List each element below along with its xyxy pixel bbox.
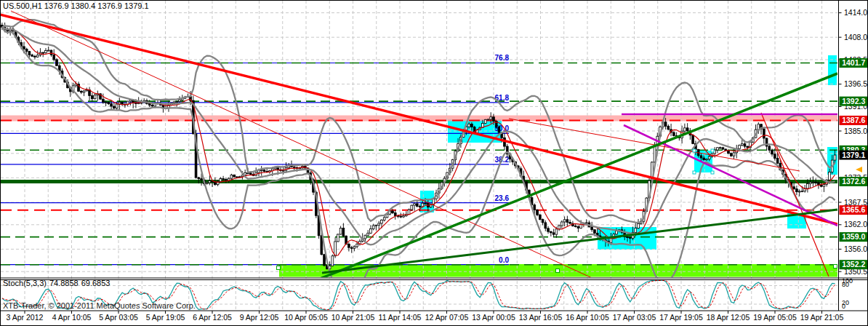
time-tick-label[interactable]: 17 Apr 19:05	[659, 313, 703, 322]
price-tick-label: 1356.0	[844, 244, 867, 253]
candle-body	[110, 104, 113, 106]
price-tick-label: 1408.0	[844, 33, 867, 41]
candle-body	[692, 135, 694, 144]
time-tick-label[interactable]: 13 Apr 00:05	[472, 313, 515, 322]
object-handle[interactable]	[711, 171, 714, 174]
candle-body	[487, 119, 489, 120]
time-tick-label[interactable]: 18 Apr 12:05	[707, 313, 750, 322]
time-tick-label[interactable]: 11 Apr 14:05	[379, 313, 422, 322]
time-tick-label[interactable]: 9 Apr 12:05	[240, 313, 279, 322]
candle-body	[370, 228, 372, 233]
candle-body	[768, 146, 771, 150]
candle-body	[47, 50, 49, 51]
candle-body	[812, 182, 814, 183]
candle-body	[425, 203, 427, 204]
time-tick-label[interactable]: 16 Apr 10:05	[566, 313, 609, 322]
time-tick-label[interactable]: 6 Apr 12:05	[193, 313, 232, 322]
object-handle[interactable]	[711, 149, 714, 152]
candle-body	[664, 122, 667, 127]
candle-body	[416, 204, 418, 206]
candle-body	[580, 225, 582, 228]
object-handle[interactable]	[693, 149, 696, 152]
candle-body	[672, 132, 675, 136]
time-tick-label[interactable]: 13 Apr 16:05	[519, 313, 563, 322]
candle-body	[555, 229, 558, 234]
candle-body	[347, 244, 350, 247]
candle-body	[667, 126, 670, 129]
candle-body	[829, 172, 831, 180]
stoch-axis-label: 80	[842, 281, 849, 288]
candle-body	[176, 102, 178, 103]
candle-body	[706, 159, 708, 160]
price-chip-text: 1365.6	[842, 205, 865, 214]
candle-body	[31, 55, 33, 57]
chart-window: 76.861.850.038.223.60.0 10080200 1414.01…	[0, 0, 868, 326]
chart-title: US.500,H1 1376.9 1380.4 1376.9 1379.1	[3, 1, 149, 10]
time-tick-label[interactable]: 10 Apr 05:05	[284, 313, 328, 322]
time-tick-label[interactable]: 10 Apr 21:05	[331, 313, 375, 322]
candle-body	[372, 226, 374, 228]
candle-body	[539, 215, 541, 219]
candle-body	[102, 99, 104, 102]
object-handle[interactable]	[556, 269, 560, 273]
candle-body	[209, 180, 211, 183]
candle-body	[537, 210, 539, 215]
object-handle[interactable]	[834, 265, 837, 269]
candle-body	[293, 167, 295, 167]
candle-body	[722, 148, 724, 149]
candle-body	[381, 220, 383, 223]
object-handle[interactable]	[693, 171, 696, 174]
fib-level-label: 0.0	[499, 256, 509, 264]
steep-downtrend-thin[interactable]	[11, 11, 696, 326]
price-chip-text: 1387.6	[842, 116, 865, 124]
candle-body	[560, 222, 563, 226]
price-chip-text: 1379.1	[842, 151, 865, 159]
candle-body	[498, 127, 500, 132]
time-tick-label[interactable]: 17 Apr 03:05	[613, 313, 656, 322]
price-chip-text: 1352.2	[842, 260, 865, 269]
ma-red-line	[2, 27, 835, 255]
candle-body	[550, 231, 552, 233]
time-tick-label[interactable]: 12 Apr 07:05	[425, 313, 469, 322]
candle-body	[809, 182, 811, 183]
candle-body	[719, 148, 721, 148]
candle-body	[277, 167, 279, 170]
candle-body	[594, 230, 596, 234]
candle-body	[815, 182, 817, 183]
candle-body	[53, 55, 55, 60]
candle-body	[733, 153, 735, 156]
candle-body	[490, 117, 492, 119]
time-axis[interactable]: 3 Apr 20124 Apr 10:055 Apr 03:055 Apr 19…	[7, 311, 844, 322]
candle-body	[403, 216, 405, 217]
time-tick-label[interactable]: 19 Apr 21:05	[800, 313, 844, 322]
candle-body	[795, 189, 797, 192]
object-handles-layer[interactable]	[277, 149, 863, 273]
candle-body	[730, 154, 732, 156]
candle-body	[700, 156, 702, 158]
candle-body	[236, 177, 238, 178]
chart-canvas[interactable]: 76.861.850.038.223.60.0 10080200 1414.01…	[0, 0, 868, 326]
candle-body	[629, 237, 631, 238]
object-handle[interactable]	[277, 266, 281, 270]
time-tick-label[interactable]: 3 Apr 2012	[7, 313, 44, 322]
price-axis[interactable]: 1414.01408.01402.51396.51391.01385.01373…	[839, 8, 868, 276]
time-tick-label[interactable]: 5 Apr 19:05	[146, 313, 185, 322]
time-tick-label[interactable]: 4 Apr 10:05	[52, 313, 92, 322]
time-tick-label[interactable]: 19 Apr 05:05	[753, 313, 797, 322]
candle-body	[263, 170, 265, 172]
candle-body	[383, 218, 385, 220]
candle-body	[353, 247, 355, 248]
candle-body	[367, 233, 369, 235]
shallow-uptrend-green[interactable]	[322, 210, 837, 273]
candle-body	[36, 55, 39, 57]
highlight-box[interactable]	[420, 191, 434, 212]
candle-body	[392, 211, 394, 213]
candle-body	[411, 205, 413, 210]
candle-body	[563, 220, 566, 222]
price-chip-text: 1359.0	[842, 232, 865, 241]
price-arrow-marker[interactable]	[856, 167, 862, 172]
candle-body	[339, 228, 342, 234]
time-tick-label[interactable]: 5 Apr 03:05	[99, 313, 138, 322]
candle-body	[56, 60, 58, 65]
price-chip-text: 1392.3	[842, 97, 865, 106]
